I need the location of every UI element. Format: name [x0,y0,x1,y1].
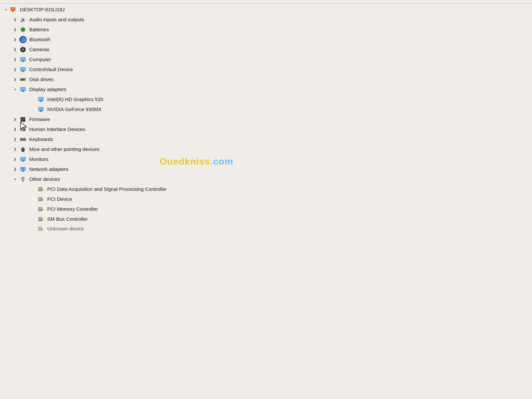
keyboards-expand-arrow[interactable]: ❯ [12,136,18,142]
displayadapters-expand-arrow[interactable]: ∨ [12,86,18,92]
displayadapters-item[interactable]: ∨ Display adapters [0,84,532,94]
mice-expand-arrow[interactable]: ❯ [12,146,18,152]
bluetooth-label: Bluetooth [29,36,50,44]
otherdevices-item[interactable]: ∨ Other devices [0,174,532,184]
speaker-icon: 🔊 [19,16,27,23]
svg-rect-7 [22,29,24,30]
mice-item[interactable]: ❯ Mice and other pointing devices [0,144,532,154]
firmware-expand-arrow[interactable]: ❯ [12,116,18,122]
svg-rect-33 [40,101,42,101]
hid-item[interactable]: ❯ Human Interface Devices [0,124,532,134]
svg-text:!: ! [42,208,43,211]
svg-rect-43 [21,121,23,121]
svg-rect-55 [24,139,24,139]
svg-point-64 [23,148,24,149]
firmware-label: Firmware [29,115,50,123]
pci-acq-item[interactable]: ❯ ! PCI Data Acquisition and Signal Proc… [0,184,532,194]
svg-rect-49 [25,130,25,131]
displayadapters-icon [19,86,27,93]
smbus-item[interactable]: ❯ ! SM Bus Controller [0,214,532,224]
audio-label: Audio inputs and outputs [29,16,84,24]
nvidia-label: NVIDIA GeForce 930MX [47,105,101,113]
warning-icon-pci-device: ! [37,196,45,203]
svg-rect-40 [21,117,25,119]
batteries-expand-arrow[interactable]: ❯ [12,27,18,33]
keyboards-label: Keyboards [29,135,53,143]
otherdevices-label: Other devices [29,175,60,183]
smbus-label: SM Bus Controller [47,215,88,223]
controlvault-item[interactable]: ❯ ControlVault Device [0,65,532,74]
svg-rect-66 [21,157,25,160]
pci-acq-label: PCI Data Acquisition and Signal Processi… [47,185,167,193]
svg-rect-29 [22,91,24,91]
svg-rect-3 [12,11,14,11]
svg-rect-71 [22,171,24,171]
monitors-item[interactable]: ❯ Monitors [0,154,532,164]
svg-rect-48 [23,130,24,131]
svg-rect-42 [21,120,24,120]
computer-icon [10,6,17,13]
cameras-item[interactable]: ❯ Cameras [0,45,532,55]
svg-rect-58 [22,140,23,140]
keyboard-icon [19,136,27,143]
svg-point-26 [24,80,25,80]
svg-rect-41 [21,119,25,120]
warning-icon-smbus: ! [37,215,45,223]
nvidia-icon [37,106,45,113]
svg-rect-57 [21,140,21,140]
otherdevices-expand-arrow[interactable]: ∨ [12,176,18,182]
unknown-label: Unknown device [47,225,84,233]
batteries-item[interactable]: ❯ Batteries [0,25,532,35]
bluetooth-item[interactable]: ❯ ⬠ Bluetooth [0,35,532,45]
svg-rect-18 [21,62,25,62]
device-manager-panel: Ouedkniss.com ∨ DESKTOP-EOLI18J ❯ 🔊 Audi… [0,0,532,399]
audio-item[interactable]: ❯ 🔊 Audio inputs and outputs [0,15,532,25]
svg-rect-24 [20,78,26,79]
hid-label: Human Interface Devices [29,125,85,133]
hid-icon [19,126,27,133]
intel-label: Intel(R) HD Graphics 520 [47,95,103,103]
controlvault-icon [19,66,27,73]
cameras-expand-arrow[interactable]: ❯ [12,47,18,53]
svg-rect-47 [22,130,23,131]
root-expand-arrow[interactable]: ∨ [3,7,9,13]
firmware-item[interactable]: ❯ Firmware [0,114,532,124]
svg-text:⬠: ⬠ [22,38,25,42]
audio-expand-arrow[interactable]: ❯ [12,17,18,23]
svg-rect-53 [22,139,22,139]
svg-rect-46 [21,130,22,131]
network-item[interactable]: ❯ Network adapters [0,164,532,174]
root-computer-item[interactable]: ∨ DESKTOP-EOLI18J [0,3,532,15]
batteries-label: Batteries [29,26,49,34]
keyboards-item[interactable]: ❯ Keyboards [0,134,532,144]
unknown-item[interactable]: ❯ ! Unknown device [0,224,532,233]
bluetooth-expand-arrow[interactable]: ❯ [12,37,18,43]
svg-text:!: ! [42,199,43,201]
svg-rect-34 [39,101,43,102]
monitors-expand-arrow[interactable]: ❯ [12,156,18,162]
svg-rect-22 [21,71,25,72]
network-label: Network adapters [29,165,68,173]
warning-icon-pci-acq: ! [37,186,45,193]
pci-memory-item[interactable]: ❯ ! PCI Memory Controller [0,204,532,214]
network-expand-arrow[interactable]: ❯ [12,166,18,172]
svg-text:!: ! [42,228,43,230]
svg-rect-16 [21,58,25,60]
pci-device-item[interactable]: ❯ ! PCI Device [0,194,532,204]
diskdrives-item[interactable]: ❯ Disk drives [0,74,532,84]
svg-rect-20 [21,67,25,70]
svg-rect-2 [11,8,15,10]
svg-rect-38 [39,111,43,112]
hid-expand-arrow[interactable]: ❯ [12,126,18,132]
intel-item[interactable]: ❯ Intel(R) HD Graphics 520 [0,94,532,104]
svg-rect-28 [21,87,25,90]
computer-item[interactable]: ❯ Computer [0,55,532,65]
svg-rect-56 [25,139,25,139]
nvidia-item[interactable]: ❯ NVIDIA GeForce 930MX [0,104,532,114]
svg-text:!: ! [42,189,43,191]
controlvault-expand-arrow[interactable]: ❯ [12,66,18,72]
diskdrives-label: Disk drives [29,75,54,83]
diskdrives-expand-arrow[interactable]: ❯ [12,76,18,82]
computer-expand-arrow[interactable]: ❯ [12,57,18,63]
network-icon [19,166,27,173]
